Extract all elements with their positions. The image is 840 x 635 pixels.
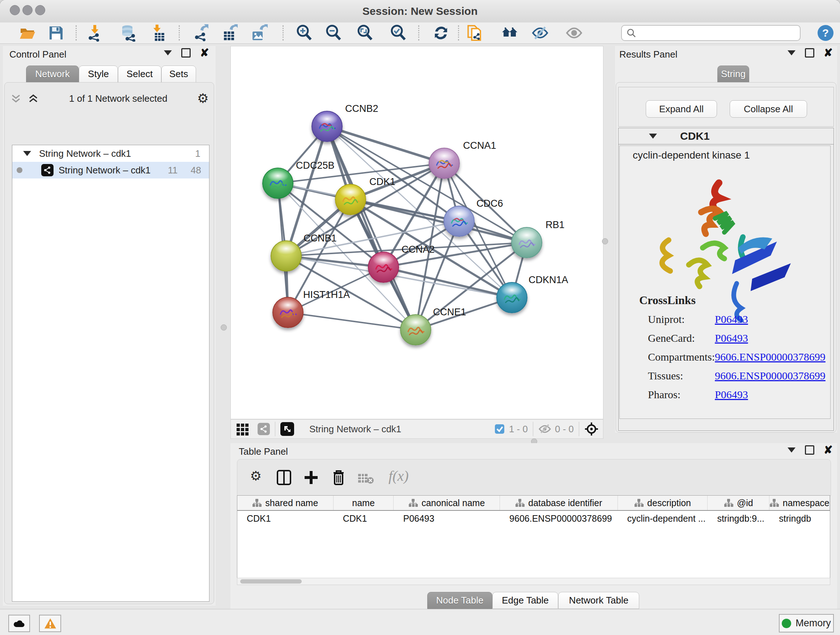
- network-row[interactable]: String Network – cdk1 11 48: [12, 162, 209, 179]
- collection-expand-icon[interactable]: [23, 151, 31, 156]
- panel-close-icon[interactable]: ✘: [200, 49, 209, 57]
- clone-network-icon[interactable]: [466, 24, 483, 42]
- import-network-file-icon[interactable]: [86, 24, 103, 42]
- panel-menu-icon[interactable]: [164, 50, 172, 55]
- table-cell[interactable]: 9606.ENSP00000378699: [500, 513, 618, 524]
- crosslink-link[interactable]: P06493: [715, 332, 748, 344]
- network-node-cdc6[interactable]: [444, 206, 475, 237]
- column-header[interactable]: description: [618, 496, 708, 510]
- network-node-ccna1[interactable]: [429, 148, 460, 179]
- grid-view-icon[interactable]: [236, 422, 249, 436]
- right-splitter-handle[interactable]: [602, 238, 608, 244]
- column-header[interactable]: canonical name: [393, 496, 500, 510]
- tab-network-table[interactable]: Network Table: [558, 592, 639, 609]
- tab-node-table[interactable]: Node Table: [427, 592, 493, 609]
- cloud-button[interactable]: [8, 615, 30, 632]
- export-image-icon[interactable]: [250, 24, 268, 42]
- save-session-icon[interactable]: [47, 24, 65, 42]
- refresh-layout-icon[interactable]: [432, 24, 450, 42]
- tab-select[interactable]: Select: [118, 65, 161, 82]
- tab-edge-table[interactable]: Edge Table: [493, 592, 558, 609]
- panel-float-icon[interactable]: [181, 48, 191, 57]
- zoom-out-icon[interactable]: [325, 24, 342, 42]
- protein-thumbnail: [434, 156, 454, 174]
- column-header[interactable]: namespace: [769, 496, 830, 510]
- crosslink-link[interactable]: P06493: [715, 313, 748, 325]
- crosshair-icon[interactable]: [584, 422, 599, 436]
- selected-checkbox-icon[interactable]: [494, 424, 505, 434]
- export-table-icon[interactable]: [221, 24, 238, 42]
- network-edge[interactable]: [327, 126, 527, 242]
- hide-selected-icon[interactable]: [531, 24, 549, 42]
- delete-column-icon[interactable]: [332, 469, 346, 486]
- zoom-selected-icon[interactable]: [390, 24, 407, 42]
- network-list-icon[interactable]: [257, 423, 270, 435]
- network-view[interactable]: CCNB2CCNA1CDC25BCDK1CDC6RB1CCNB1CCNA2CDK…: [231, 46, 603, 419]
- network-node-ccne1[interactable]: [400, 314, 431, 345]
- zoom-in-icon[interactable]: [295, 24, 313, 42]
- expand-all-button[interactable]: Expand All: [646, 100, 717, 118]
- memory-button[interactable]: Memory: [779, 614, 834, 632]
- panel-close-icon[interactable]: ✘: [824, 447, 833, 454]
- crosslink-link[interactable]: 9606.ENSP00000378699: [715, 370, 826, 382]
- show-columns-icon[interactable]: [276, 470, 292, 486]
- warning-button[interactable]: [39, 615, 61, 632]
- crosslink-link[interactable]: P06493: [715, 388, 748, 401]
- panel-close-icon[interactable]: ✘: [824, 49, 833, 57]
- network-edge[interactable]: [288, 312, 416, 330]
- column-header[interactable]: database identifier: [500, 496, 618, 510]
- node-table[interactable]: shared namenamecanonical namedatabase id…: [237, 495, 830, 584]
- column-header[interactable]: shared name: [237, 496, 333, 510]
- panel-menu-icon[interactable]: [788, 50, 796, 55]
- toolbar-search[interactable]: [621, 25, 801, 41]
- left-splitter-handle[interactable]: [221, 325, 227, 331]
- network-node-ccna2[interactable]: [368, 252, 399, 283]
- crosslink-link[interactable]: 9606.ENSP00000378699: [715, 351, 826, 363]
- add-column-icon[interactable]: [303, 470, 319, 486]
- houses-icon[interactable]: [501, 24, 518, 42]
- table-hscrollbar[interactable]: [237, 578, 830, 585]
- network-collection-row[interactable]: String Network – cdk1 1: [12, 145, 209, 162]
- network-node-cdkn1a[interactable]: [496, 282, 527, 313]
- expand-all-icon[interactable]: [27, 92, 39, 105]
- network-node-cdc25b[interactable]: [262, 168, 294, 199]
- panel-float-icon[interactable]: [805, 48, 814, 57]
- tab-style[interactable]: Style: [79, 65, 118, 82]
- table-cell[interactable]: P06493: [393, 513, 500, 524]
- panel-float-icon[interactable]: [805, 445, 814, 455]
- table-row[interactable]: CDK1CDK1P064939606.ENSP00000378699cyclin…: [237, 511, 830, 526]
- import-table-file-icon[interactable]: [150, 24, 167, 42]
- zoom-fit-icon[interactable]: [356, 24, 374, 42]
- help-icon[interactable]: ?: [817, 24, 834, 42]
- network-edge[interactable]: [384, 267, 512, 298]
- open-session-icon[interactable]: [19, 24, 36, 42]
- tab-network[interactable]: Network: [26, 65, 79, 82]
- network-node-ccnb1[interactable]: [271, 241, 302, 272]
- table-options-gear-icon[interactable]: ⚙: [250, 470, 262, 483]
- network-options-gear-icon[interactable]: ⚙: [197, 92, 209, 105]
- collapse-all-icon[interactable]: [10, 92, 22, 105]
- import-network-database-icon[interactable]: [119, 24, 137, 42]
- table-cell[interactable]: CDK1: [237, 513, 333, 524]
- network-edge[interactable]: [327, 126, 444, 163]
- table-cell[interactable]: CDK1: [333, 513, 394, 524]
- table-hscrollbar-thumb[interactable]: [240, 579, 302, 584]
- network-node-cdk1[interactable]: [335, 184, 366, 215]
- network-node-ccnb2[interactable]: [311, 111, 343, 142]
- birdseye-view-icon[interactable]: [280, 422, 294, 436]
- tab-string[interactable]: String: [717, 65, 749, 82]
- column-header[interactable]: name: [333, 496, 394, 510]
- table-cell[interactable]: stringdb:9...: [707, 513, 769, 524]
- table-cell[interactable]: cyclin-dependent ...: [618, 513, 708, 524]
- gene-collapse-icon[interactable]: [649, 134, 657, 139]
- network-node-rb1[interactable]: [511, 227, 542, 258]
- table-cell[interactable]: stringdb: [769, 513, 830, 524]
- gene-header[interactable]: CDK1: [619, 128, 834, 144]
- search-input[interactable]: [636, 27, 790, 39]
- column-header[interactable]: @id: [707, 496, 769, 510]
- tab-sets[interactable]: Sets: [161, 65, 196, 82]
- export-network-icon[interactable]: [193, 24, 210, 42]
- collapse-all-button[interactable]: Collapse All: [729, 100, 807, 118]
- network-node-hist1h1a[interactable]: [272, 297, 303, 328]
- panel-menu-icon[interactable]: [788, 448, 796, 453]
